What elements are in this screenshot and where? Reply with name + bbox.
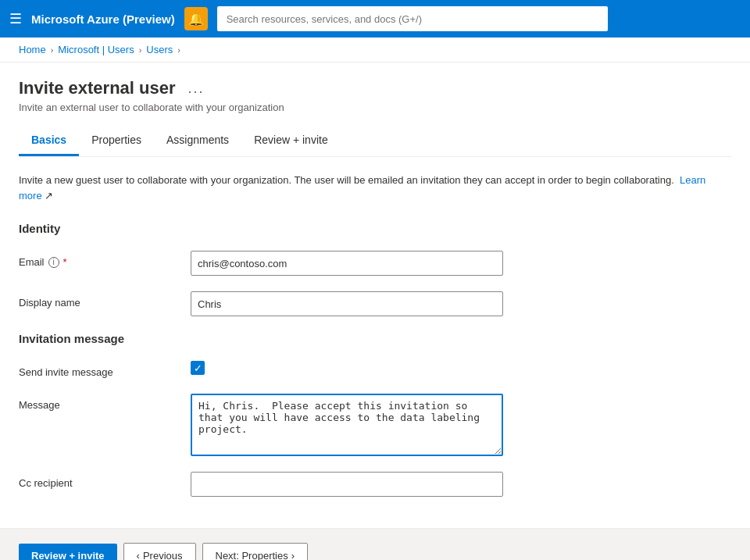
send-invite-checkbox[interactable]: ✓ bbox=[191, 361, 205, 375]
breadcrumb-sep-3: › bbox=[177, 45, 180, 55]
breadcrumb: Home › Microsoft | Users › Users › bbox=[0, 37, 750, 62]
breadcrumb-users[interactable]: Users bbox=[146, 44, 173, 55]
breadcrumb-sep-1: › bbox=[51, 45, 54, 55]
page-subtitle: Invite an external user to collaborate w… bbox=[19, 102, 731, 113]
search-input[interactable] bbox=[217, 6, 608, 31]
email-label: Email i * bbox=[19, 251, 175, 268]
page-title-row: Invite external user ... bbox=[19, 78, 731, 98]
check-icon: ✓ bbox=[194, 362, 202, 374]
send-invite-checkbox-wrapper[interactable]: ✓ bbox=[191, 361, 205, 375]
info-banner-text: Invite a new guest user to collaborate w… bbox=[19, 174, 674, 186]
email-info-icon[interactable]: i bbox=[48, 257, 59, 268]
next-button[interactable]: Next: Properties › bbox=[202, 543, 309, 560]
cc-label: Cc recipient bbox=[19, 472, 175, 489]
tab-properties[interactable]: Properties bbox=[79, 126, 154, 156]
review-invite-button[interactable]: Review + invite bbox=[19, 544, 117, 560]
previous-button[interactable]: ‹ Previous bbox=[123, 543, 196, 560]
email-input[interactable] bbox=[191, 251, 503, 276]
prev-icon: ‹ bbox=[137, 550, 140, 560]
message-textarea[interactable]: Hi, Chris. Please accept this invitation… bbox=[191, 394, 503, 456]
send-invite-label: Send invite message bbox=[19, 361, 175, 378]
breadcrumb-sep-2: › bbox=[139, 45, 142, 55]
previous-label: Previous bbox=[143, 550, 183, 560]
top-navigation: ☰ Microsoft Azure (Preview) 🔔 bbox=[0, 0, 750, 37]
display-name-row: Display name bbox=[19, 291, 731, 316]
next-icon: › bbox=[291, 550, 295, 560]
app-title: Microsoft Azure (Preview) bbox=[31, 12, 175, 26]
hamburger-icon[interactable]: ☰ bbox=[9, 10, 22, 27]
display-name-input[interactable] bbox=[191, 291, 503, 316]
cc-recipient-row: Cc recipient bbox=[19, 472, 731, 497]
identity-heading: Identity bbox=[19, 222, 731, 235]
breadcrumb-microsoft-users[interactable]: Microsoft | Users bbox=[58, 44, 134, 55]
next-label: Next: Properties bbox=[216, 550, 288, 560]
notification-icon[interactable]: 🔔 bbox=[184, 7, 208, 30]
cc-input[interactable] bbox=[191, 472, 503, 497]
ellipsis-button[interactable]: ... bbox=[184, 79, 209, 98]
message-row: Message Hi, Chris. Please accept this in… bbox=[19, 394, 731, 456]
invitation-heading: Invitation message bbox=[19, 332, 731, 345]
tab-assignments[interactable]: Assignments bbox=[154, 126, 241, 156]
tab-basics[interactable]: Basics bbox=[19, 126, 79, 156]
display-name-label: Display name bbox=[19, 291, 175, 309]
info-banner: Invite a new guest user to collaborate w… bbox=[19, 173, 731, 203]
send-invite-row: Send invite message ✓ bbox=[19, 361, 731, 378]
page-title: Invite external user bbox=[19, 78, 176, 98]
main-content: Invite external user ... Invite an exter… bbox=[0, 62, 750, 528]
bottom-bar: Review + invite ‹ Previous Next: Propert… bbox=[0, 528, 750, 560]
email-required: * bbox=[63, 256, 67, 268]
message-label: Message bbox=[19, 394, 175, 411]
external-link-icon: ↗ bbox=[45, 190, 53, 202]
tab-review-invite[interactable]: Review + invite bbox=[241, 126, 341, 156]
tabs-bar: Basics Properties Assignments Review + i… bbox=[19, 126, 731, 157]
email-row: Email i * bbox=[19, 251, 731, 276]
breadcrumb-home[interactable]: Home bbox=[19, 44, 46, 55]
